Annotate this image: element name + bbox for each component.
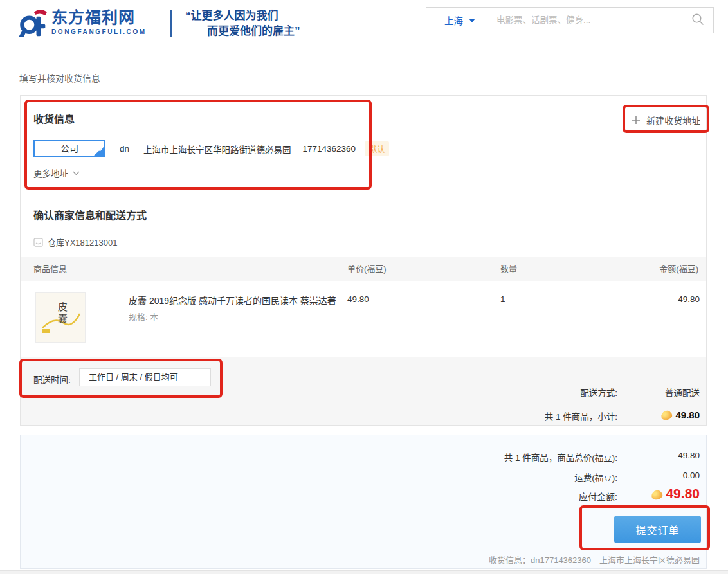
product-unit-price: 49.80: [347, 294, 369, 304]
delivery-time-select[interactable]: 工作日 / 周末 / 假日均可: [79, 368, 211, 386]
city-selector[interactable]: 上海: [444, 13, 475, 27]
product-title[interactable]: 皮囊 2019纪念版 感动千万读者的国民读本 蔡崇达著: [129, 294, 347, 307]
brand-name-cn: 东方福利网: [51, 8, 147, 26]
product-thumbnail[interactable]: 皮囊: [35, 292, 86, 343]
bean-icon: [651, 489, 664, 501]
freight-label: 运费(福豆):: [450, 471, 617, 483]
slogan-line1: “让更多人因为我们: [185, 8, 300, 24]
page-footer-strip: [0, 570, 728, 574]
col-product-info: 商品信息: [33, 257, 67, 281]
brand-wordmark[interactable]: 东方福利网 DONGFANGFULI.COM: [51, 8, 147, 35]
plus-icon: [632, 116, 641, 125]
subtotal-value: 49.80: [675, 409, 700, 420]
shop-icon: [33, 238, 43, 247]
delivery-time-label: 配送时间:: [33, 373, 71, 386]
total-label: 共 1 件商品，商品总价(福豆):: [450, 451, 617, 463]
header-divider: [170, 10, 172, 37]
search-icon[interactable]: [691, 13, 704, 28]
payable-value: 49.80: [666, 486, 700, 501]
subtotal-value-wrap: 49.80: [598, 409, 700, 420]
recipient-address: 上海市上海长宁区华阳路街道德必易园: [143, 143, 291, 156]
book-cover-title: 皮囊: [55, 302, 69, 325]
product-amount: 49.80: [617, 294, 700, 304]
more-addresses-toggle[interactable]: 更多地址: [33, 166, 80, 179]
bean-icon: [660, 409, 673, 421]
city-label: 上海: [444, 13, 463, 27]
col-quantity: 数量: [500, 257, 517, 281]
payable-label: 应付金额:: [450, 490, 617, 503]
shipping-section-title: 收货信息: [33, 111, 75, 126]
brand-slogan: “让更多人因为我们 而更爱他们的雇主”: [185, 8, 300, 39]
delivery-method-label: 配送方式:: [450, 386, 617, 399]
check-icon: [98, 141, 104, 156]
product-quantity: 1: [500, 294, 505, 304]
col-amount: 金额(福豆): [659, 257, 698, 281]
default-badge: 默认: [365, 141, 389, 156]
recipient-name: dn: [120, 144, 129, 154]
warehouse-row: 仓库YX181213001: [33, 236, 117, 248]
submit-order-button[interactable]: 提交订单: [614, 516, 701, 543]
page-title: 填写并核对收货信息: [19, 71, 100, 84]
payable-value-wrap: 49.80: [598, 486, 700, 501]
freight-value: 0.00: [598, 471, 700, 480]
recipient-phone: 17714362360: [303, 144, 356, 154]
warehouse-label: 仓库YX181213001: [48, 236, 117, 248]
merchant-section-title: 确认商家信息和配送方式: [33, 207, 147, 222]
address-tag-label: 公司: [60, 143, 78, 154]
product-table-header: 商品信息 单价(福豆) 数量 金额(福豆): [21, 257, 706, 281]
subtotal-label: 共 1 件商品，小计:: [450, 409, 617, 422]
total-value: 49.80: [598, 451, 700, 460]
checkout-page: 东方福利网 DONGFANGFULI.COM “让更多人因为我们 而更爱他们的雇…: [0, 0, 728, 574]
address-tag-company[interactable]: 公司: [33, 140, 105, 157]
new-address-button[interactable]: 新建收货地址: [632, 114, 700, 127]
new-address-label: 新建收货地址: [646, 114, 700, 127]
slogan-line2: 而更爱他们的雇主”: [185, 24, 300, 39]
chevron-down-icon: [73, 171, 80, 175]
search-input[interactable]: [487, 15, 691, 25]
brand-name-en: DONGFANGFULI.COM: [51, 28, 147, 35]
brand-logo-icon[interactable]: [18, 8, 48, 37]
col-unit-price: 单价(福豆): [347, 257, 387, 281]
product-spec: 规格: 本: [129, 310, 158, 323]
search-bar: 上海: [426, 7, 714, 33]
delivery-method-value: 普通配送: [598, 386, 700, 399]
receiver-info: 收货信息：dn17714362360 上海市上海长宁区德必易园: [386, 553, 700, 566]
more-addresses-label: 更多地址: [33, 166, 68, 179]
chevron-down-icon: [469, 19, 475, 22]
address-row: 公司 dn 上海市上海长宁区华阳路街道德必易园 17714362360 默认: [33, 140, 389, 157]
